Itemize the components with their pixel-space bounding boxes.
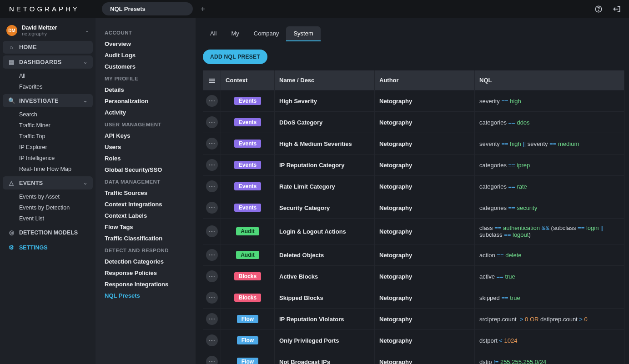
section-head: DATA MANAGEMENT	[96, 175, 196, 187]
name-cell: Not Broadcast IPs	[275, 351, 375, 364]
nql-cell: severity == high	[475, 90, 624, 111]
help-icon[interactable]	[593, 3, 604, 15]
author-cell: Netography	[375, 219, 475, 244]
settings-item-roles[interactable]: Roles	[96, 153, 196, 164]
th-nql[interactable]: NQL	[475, 70, 624, 90]
svg-point-1	[598, 10, 599, 11]
nav-settings-label: SETTINGS	[19, 244, 48, 251]
nav-models-label: DETECTION MODELS	[19, 229, 78, 236]
context-badge: Audit	[236, 251, 259, 259]
settings-item-context-labels[interactable]: Context Labels	[96, 210, 196, 221]
row-actions-button[interactable]: ⋯	[206, 270, 218, 282]
sidebar-item-real-time-flow-map[interactable]: Real-Time Flow Map	[3, 164, 93, 175]
filter-tab-all[interactable]: All	[203, 26, 224, 41]
sidebar-item-favorites[interactable]: Favorites	[3, 81, 93, 92]
row-actions-button[interactable]: ⋯	[206, 180, 218, 192]
row-actions-button[interactable]: ⋯	[206, 138, 218, 150]
row-actions-button[interactable]: ⋯	[206, 202, 218, 214]
logo: NETOGRAPHY	[0, 5, 96, 13]
context-badge: Events	[234, 204, 261, 212]
nql-cell: dstport < 1024	[475, 330, 624, 351]
exit-icon[interactable]	[611, 3, 623, 15]
context-badge: Events	[234, 118, 261, 126]
settings-item-response-integrations[interactable]: Response Integrations	[96, 279, 196, 290]
settings-item-api-keys[interactable]: API Keys	[96, 130, 196, 141]
settings-item-nql-presets[interactable]: NQL Presets	[96, 290, 196, 301]
sidebar-item-search[interactable]: Search	[3, 109, 93, 120]
author-cell: Netography	[375, 197, 475, 218]
filter-tab-my[interactable]: My	[224, 26, 246, 41]
row-actions-button[interactable]: ⋯	[206, 292, 218, 304]
topbar: NETOGRAPHY NQL Presets +	[0, 0, 629, 18]
user-org: netography	[22, 31, 81, 36]
presets-table: Context Name / Desc Author NQL ⋯EventsHi…	[203, 70, 624, 364]
sidebar-item-event-list[interactable]: Event List	[3, 213, 93, 224]
table-row: ⋯EventsDDoS CategoryNetographycategories…	[203, 111, 624, 133]
sidebar-item-events-by-asset[interactable]: Events by Asset	[3, 191, 93, 202]
sidebar-item-events-by-detection[interactable]: Events by Detection	[3, 202, 93, 213]
row-menu-cell: ⋯	[203, 330, 221, 351]
sidebar-item-traffic-miner[interactable]: Traffic Miner	[3, 120, 93, 131]
context-cell: Blocks	[221, 287, 275, 308]
row-menu-cell: ⋯	[203, 266, 221, 287]
settings-item-customers[interactable]: Customers	[96, 61, 196, 72]
window-tabs: NQL Presets +	[96, 2, 593, 15]
settings-item-activity[interactable]: Activity	[96, 107, 196, 118]
context-cell: Audit	[221, 244, 275, 265]
row-menu-cell: ⋯	[203, 309, 221, 329]
context-badge: Events	[234, 140, 261, 148]
sidebar-item-traffic-top[interactable]: Traffic Top	[3, 131, 93, 142]
nav-home[interactable]: ⌂ HOME	[3, 41, 93, 54]
nql-cell: active == true	[475, 266, 624, 287]
settings-item-traffic-classification[interactable]: Traffic Classification	[96, 233, 196, 244]
window-tab[interactable]: NQL Presets	[102, 2, 193, 15]
sidebar-item-all[interactable]: All	[3, 70, 93, 81]
filter-tabs: AllMyCompanySystem	[203, 26, 624, 41]
section-head: MY PROFILE	[96, 72, 196, 84]
row-actions-button[interactable]: ⋯	[206, 116, 218, 128]
sidebar-item-ip-explorer[interactable]: IP Explorer	[3, 142, 93, 153]
author-cell: Netography	[375, 155, 475, 175]
row-actions-button[interactable]: ⋯	[206, 313, 218, 325]
filter-tab-company[interactable]: Company	[247, 26, 287, 41]
settings-item-global-security-sso[interactable]: Global Security/SSO	[96, 164, 196, 175]
settings-item-detection-categories[interactable]: Detection Categories	[96, 256, 196, 267]
nav-detection-models[interactable]: ◎ DETECTION MODELS	[3, 226, 93, 239]
settings-item-flow-tags[interactable]: Flow Tags	[96, 221, 196, 233]
settings-item-details[interactable]: Details	[96, 84, 196, 95]
nav-settings[interactable]: ⚙ SETTINGS	[3, 241, 93, 254]
row-actions-button[interactable]: ⋯	[206, 334, 218, 346]
th-menu[interactable]	[203, 70, 221, 90]
row-actions-button[interactable]: ⋯	[206, 225, 218, 237]
nql-cell: severity == high || severity == medium	[475, 133, 624, 154]
sidebar-item-ip-intelligence[interactable]: IP Intelligence	[3, 153, 93, 164]
author-cell: Netography	[375, 176, 475, 197]
context-badge: Flow	[237, 358, 258, 364]
add-tab-button[interactable]: +	[196, 3, 209, 15]
context-badge: Flow	[237, 336, 258, 344]
th-name[interactable]: Name / Desc	[275, 70, 375, 90]
settings-item-traffic-sources[interactable]: Traffic Sources	[96, 187, 196, 199]
settings-item-personalization[interactable]: Personalization	[96, 95, 196, 107]
content: DM David Meltzer netography ⌄ ⌂ HOME ▦ D…	[0, 18, 629, 364]
settings-item-audit-logs[interactable]: Audit Logs	[96, 50, 196, 61]
row-actions-button[interactable]: ⋯	[206, 249, 218, 261]
row-actions-button[interactable]: ⋯	[206, 95, 218, 107]
th-author[interactable]: Author	[375, 70, 475, 90]
settings-item-overview[interactable]: Overview	[96, 38, 196, 50]
nql-cell: categories == ddos	[475, 112, 624, 133]
user-menu[interactable]: DM David Meltzer netography ⌄	[3, 22, 93, 39]
row-actions-button[interactable]: ⋯	[206, 356, 218, 364]
settings-item-context-integrations[interactable]: Context Integrations	[96, 199, 196, 210]
nav-dashboards[interactable]: ▦ DASHBOARDS ⌄	[3, 55, 93, 69]
context-badge: Events	[234, 97, 261, 105]
add-nql-preset-button[interactable]: ADD NQL PRESET	[203, 50, 267, 64]
nav-investigate[interactable]: 🔍 INVESTIGATE ⌄	[3, 94, 93, 107]
row-actions-button[interactable]: ⋯	[206, 159, 218, 171]
filter-tab-system[interactable]: System	[286, 26, 320, 41]
settings-item-users[interactable]: Users	[96, 141, 196, 153]
nav-events[interactable]: △ EVENTS ⌄	[3, 176, 93, 189]
context-badge: Events	[234, 182, 261, 190]
settings-item-response-policies[interactable]: Response Policies	[96, 267, 196, 279]
th-context[interactable]: Context	[221, 70, 275, 90]
